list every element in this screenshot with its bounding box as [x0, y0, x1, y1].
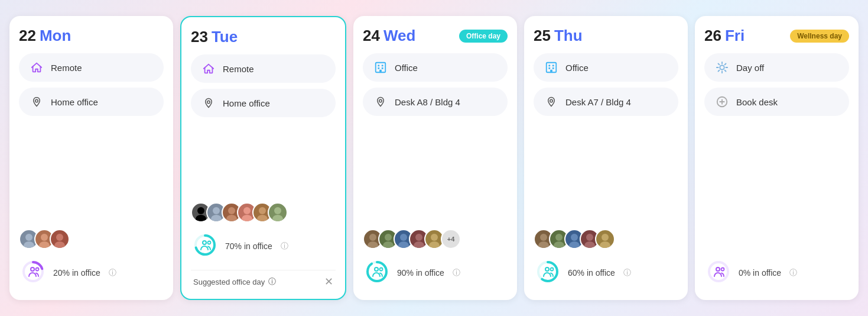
status-secondary-thu[interactable]: Desk A7 / Bldg 4	[534, 88, 678, 116]
svg-line-75	[719, 64, 720, 65]
svg-line-78	[725, 64, 726, 65]
status-secondary-icon-tue	[200, 95, 217, 111]
svg-line-76	[725, 70, 726, 72]
svg-point-37	[385, 234, 392, 241]
status-primary-mon[interactable]: Remote	[19, 53, 164, 82]
svg-point-70	[720, 65, 724, 69]
status-primary-icon-fri	[714, 59, 730, 76]
svg-rect-52	[548, 67, 550, 69]
svg-point-61	[569, 241, 580, 248]
avatar	[595, 229, 615, 249]
day-header-mon: 22 Mon	[19, 27, 164, 45]
svg-point-0	[35, 99, 38, 102]
info-icon-tue[interactable]: ⓘ	[281, 241, 288, 251]
svg-point-16	[228, 207, 235, 214]
info-icon-thu[interactable]: ⓘ	[623, 267, 631, 278]
svg-point-17	[226, 215, 237, 221]
status-primary-wed[interactable]: Office	[363, 53, 508, 82]
svg-rect-51	[552, 65, 554, 66]
status-primary-icon-mon	[28, 59, 45, 76]
donut-wrap-thu	[536, 260, 562, 286]
status-secondary-label-mon: Home office	[51, 97, 98, 107]
info-icon-wed[interactable]: ⓘ	[453, 267, 460, 278]
people-icon-thu	[542, 265, 556, 281]
day-header-thu: 25 Thu	[534, 27, 678, 45]
info-icon-mon[interactable]: ⓘ	[109, 267, 116, 278]
svg-point-56	[540, 234, 547, 241]
avatars-thu	[534, 229, 678, 249]
status-secondary-mon[interactable]: Home office	[19, 88, 164, 116]
svg-point-12	[197, 207, 204, 214]
svg-point-43	[431, 234, 438, 241]
svg-point-57	[538, 241, 549, 248]
svg-point-11	[207, 101, 210, 104]
status-primary-label-tue: Remote	[223, 64, 254, 74]
svg-point-40	[398, 241, 409, 248]
svg-point-41	[415, 234, 422, 241]
svg-point-20	[259, 207, 266, 214]
avatar-more-wed: +4	[441, 229, 461, 249]
svg-line-77	[719, 70, 720, 72]
svg-point-68	[545, 267, 549, 271]
svg-point-44	[429, 241, 440, 248]
svg-point-9	[31, 267, 34, 271]
day-header-fri: 26 FriWellness day	[704, 27, 849, 45]
status-primary-fri[interactable]: Day off	[704, 53, 849, 82]
office-stat-tue: 70% in office ⓘ	[191, 228, 336, 264]
svg-point-85	[721, 268, 724, 271]
svg-point-14	[213, 207, 220, 214]
svg-point-1	[25, 234, 32, 241]
svg-point-13	[196, 215, 206, 221]
status-primary-icon-wed	[372, 59, 389, 76]
svg-rect-30	[382, 65, 383, 66]
day-number-fri: 26	[704, 27, 721, 45]
status-primary-tue[interactable]: Remote	[191, 54, 336, 83]
status-secondary-label-thu: Desk A7 / Bldg 4	[565, 97, 631, 107]
svg-point-62	[586, 234, 593, 241]
people-icon-tue	[199, 238, 213, 254]
donut-wrap-fri	[707, 260, 733, 286]
svg-point-19	[242, 215, 252, 221]
status-primary-label-thu: Office	[565, 63, 589, 73]
day-name-fri: Fri	[725, 27, 745, 45]
svg-point-55	[550, 99, 553, 102]
status-secondary-label-fri: Book desk	[736, 97, 778, 107]
svg-rect-53	[552, 67, 554, 69]
day-header-tue: 23 Tue	[191, 28, 336, 46]
svg-point-63	[584, 241, 595, 248]
svg-point-38	[383, 241, 394, 248]
day-card-thu: 25 ThuOfficeDesk A7 / Bldg 4 60% in offi…	[524, 16, 688, 300]
week-container: 22 MonRemoteHome office 20% in office ⓘ …	[9, 16, 859, 300]
day-header-wed: 24 WedOffice day	[363, 27, 508, 45]
donut-wrap-tue	[193, 233, 219, 259]
status-secondary-fri[interactable]: Book desk	[704, 88, 849, 116]
svg-point-48	[380, 268, 383, 271]
info-icon-fri[interactable]: ⓘ	[789, 267, 797, 278]
svg-point-35	[369, 234, 376, 241]
status-secondary-icon-fri	[714, 93, 730, 110]
svg-point-10	[36, 268, 39, 271]
office-percent-fri: 0% in office	[739, 268, 781, 278]
day-badge-fri: Wellness day	[790, 30, 849, 43]
status-primary-thu[interactable]: Office	[534, 53, 678, 82]
donut-wrap-mon	[21, 260, 47, 286]
status-secondary-tue[interactable]: Home office	[191, 89, 336, 117]
svg-point-23	[272, 215, 283, 221]
svg-point-36	[368, 241, 378, 248]
day-name-mon: Mon	[40, 27, 71, 45]
office-stat-wed: 90% in office ⓘ	[363, 255, 508, 291]
svg-point-21	[257, 215, 268, 221]
suggested-info-icon[interactable]: ⓘ	[268, 276, 276, 287]
office-percent-mon: 20% in office	[53, 268, 100, 278]
svg-point-69	[551, 268, 554, 271]
suggested-close-button[interactable]: ✕	[324, 276, 333, 287]
status-primary-label-wed: Office	[395, 63, 418, 73]
office-stat-fri: 0% in office ⓘ	[704, 255, 849, 291]
svg-point-6	[54, 241, 65, 248]
day-number-tue: 23	[191, 28, 208, 46]
svg-point-22	[274, 207, 281, 214]
status-secondary-wed[interactable]: Desk A8 / Bldg 4	[363, 88, 508, 116]
avatar	[268, 202, 288, 223]
people-icon-fri	[713, 265, 727, 281]
svg-point-42	[414, 241, 424, 248]
